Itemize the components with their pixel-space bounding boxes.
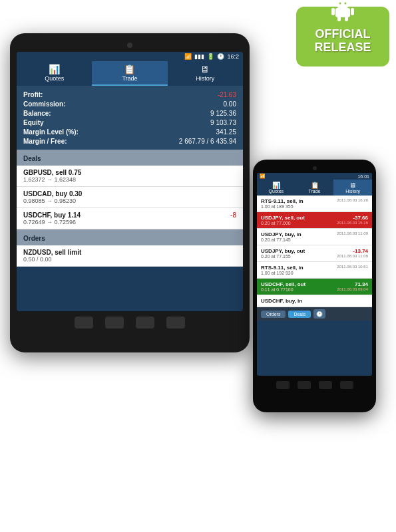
stat-balance-label: Balance: [23, 110, 51, 117]
phone-row-4[interactable]: RTS-9.11, sell, in 1.00 at 192 920 2011.… [257, 262, 372, 279]
quotes-icon: 📊 [49, 64, 60, 74]
badge-text: OFFICIAL RELEASE [314, 28, 371, 55]
phone-row-2-sub: 0.20 at 77.145 [261, 237, 337, 242]
deal-gbpusd-sub: 1.62372 → 1.62348 [23, 176, 81, 183]
phone-tab-trade-label: Trade [308, 189, 320, 194]
stat-balance-value: 9 125.36 [210, 110, 236, 117]
stat-equity-value: 9 103.73 [210, 119, 236, 126]
history-icon: 🖥 [200, 64, 210, 74]
official-release-badge: OFFICIAL RELEASE [296, 7, 389, 66]
phone-row-1[interactable]: USDJPY, sell, out 0.20 at 77.000 -37.66 … [257, 212, 372, 229]
svg-rect-5 [335, 8, 350, 17]
tab-quotes[interactable]: 📊 Quotes [17, 61, 92, 86]
phone-row-3[interactable]: USDJPY, buy, out 0.20 at 77.155 -13.74 2… [257, 245, 372, 262]
phone-row-2[interactable]: USDJPY, buy, in 0.20 at 77.145 2011.08.0… [257, 229, 372, 245]
deal-gbpusd-title: GBPUSD, sell 0.75 [23, 169, 81, 176]
phone-row-0-date: 2011.08.03 16:26 [337, 198, 368, 202]
phone-tab-bar: 📊 Quotes 📋 Trade 🖥 History [257, 180, 372, 196]
phone-tab-quotes-label: Quotes [269, 189, 284, 194]
order-row-nzdusd[interactable]: NZDUSD, sell limit 0.50 / 0.00 [17, 245, 243, 267]
stats-area: Profit: -21.63 Commission: 0.00 Balance:… [17, 86, 243, 150]
stat-equity: Equity 9 103.73 [23, 118, 236, 127]
phone-clock-button[interactable]: 🕐 [313, 309, 325, 319]
phone-tab-quotes[interactable]: 📊 Quotes [257, 180, 296, 196]
phone-row-3-title: USDJPY, buy, out [261, 248, 337, 254]
phone-tab-trade[interactable]: 📋 Trade [296, 180, 334, 196]
svg-rect-6 [331, 8, 335, 15]
android-icon [329, 0, 356, 21]
phone-row-3-value: -13.74 [337, 248, 368, 254]
stat-profit-value: -21.63 [218, 91, 236, 98]
phone-row-5-title: USDCHF, sell, out [261, 281, 337, 287]
stat-margin-free-value: 2 667.79 / 6 435.94 [179, 138, 236, 145]
phone-row-1-sub: 0.20 at 77.000 [261, 221, 337, 225]
phone-trade-icon: 📋 [311, 182, 319, 189]
phone-row-6-title: USDCHF, buy, in [261, 298, 368, 304]
tablet-btn-back[interactable] [75, 317, 93, 329]
tablet-device: 📶 ▮▮▮ 🔋 🕐 16:2 📊 Quotes 📋 Trade 🖥 Histor… [10, 33, 250, 352]
phone-btn-home[interactable] [297, 381, 311, 389]
phone-btn-back[interactable] [276, 381, 290, 389]
phone-row-0-title: RTS-9.11, sell, in [261, 198, 337, 204]
trade-icon: 📋 [124, 64, 135, 74]
phone-row-5-sub: 0.11 at 0.77100 [261, 287, 337, 292]
phone-deals-button[interactable]: Deals [288, 311, 311, 318]
phone-row-3-sub: 0.20 at 77.155 [261, 254, 337, 259]
deal-row-gbpusd[interactable]: GBPUSD, sell 0.75 1.62372 → 1.62348 [17, 166, 243, 187]
tab-trade-label: Trade [122, 75, 137, 82]
stat-margin-free-label: Margin / Free: [23, 138, 67, 145]
stat-margin-level-label: Margin Level (%): [23, 128, 79, 136]
phone-signal-icon: 📶 [260, 174, 266, 179]
stat-margin-level-value: 341.25 [216, 128, 236, 136]
clock-icon: 🕐 [217, 53, 224, 60]
tab-quotes-label: Quotes [45, 75, 64, 82]
phone-history-icon: 🖥 [349, 182, 356, 189]
tablet-btn-home[interactable] [105, 317, 124, 329]
tablet-camera [127, 43, 132, 48]
phone-tab-history[interactable]: 🖥 History [333, 180, 372, 196]
stat-margin-free: Margin / Free: 2 667.79 / 6 435.94 [23, 136, 236, 146]
stat-profit-label: Profit: [23, 91, 43, 98]
stat-balance: Balance: 9 125.36 [23, 108, 236, 118]
phone-row-4-title: RTS-9.11, sell, in [261, 265, 337, 271]
svg-rect-9 [345, 16, 348, 21]
phone-row-2-title: USDJPY, buy, in [261, 231, 337, 237]
phone-btn-search[interactable] [340, 381, 353, 389]
tab-history[interactable]: 🖥 History [168, 61, 243, 86]
phone-row-5-date: 2011.08.03 09:04 [337, 287, 368, 291]
phone-orders-button[interactable]: Orders [261, 311, 286, 318]
deal-row-usdcad[interactable]: USDCAD, buy 0.30 0.98085 → 0.98230 [17, 187, 243, 208]
phone-screen: 📶 16:01 📊 Quotes 📋 Trade 🖥 History RTS-9… [257, 173, 372, 376]
stat-equity-label: Equity [23, 119, 44, 126]
phone-nav-buttons [257, 381, 372, 389]
tablet-screen: 📶 ▮▮▮ 🔋 🕐 16:2 📊 Quotes 📋 Trade 🖥 Histor… [17, 52, 243, 311]
phone-row-1-date: 2011.08.03 15:15 [337, 221, 368, 225]
phone-row-0-sub: 1.00 at 189 355 [261, 204, 337, 209]
deal-usdchf-sub: 0.72649 → 0.72596 [23, 219, 81, 225]
stat-commission-label: Commission: [23, 100, 65, 108]
deal-row-usdchf[interactable]: USDCHF, buy 1.14 0.72649 → 0.72596 -8 [17, 208, 243, 229]
phone-row-4-date: 2011.08.03 10:51 [337, 265, 368, 269]
tab-trade[interactable]: 📋 Trade [92, 61, 167, 86]
tablet-nav-buttons [17, 317, 243, 329]
tablet-time: 16:2 [227, 53, 239, 60]
phone-row-2-date: 2011.08.03 11:09 [337, 231, 368, 235]
stat-profit: Profit: -21.63 [23, 90, 236, 99]
stat-margin-level: Margin Level (%): 341.25 [23, 127, 236, 136]
phone-row-5-value: 71.34 [337, 281, 368, 287]
phone-row-0[interactable]: RTS-9.11, sell, in 1.00 at 189 355 2011.… [257, 196, 372, 212]
svg-point-4 [345, 3, 347, 5]
phone-time: 16:01 [357, 174, 369, 179]
order-nzdusd-title: NZDUSD, sell limit [23, 249, 81, 256]
tablet-btn-search[interactable] [166, 317, 185, 329]
phone-tab-history-label: History [345, 189, 360, 194]
phone-bottom-bar: Orders Deals 🕐 [257, 307, 372, 321]
phone-row-3-date: 2011.08.03 11:09 [337, 254, 368, 258]
phone-row-4-sub: 1.00 at 192 920 [261, 271, 337, 275]
tablet-btn-menu[interactable] [136, 317, 154, 329]
phone-row-6[interactable]: USDCHF, buy, in [257, 295, 372, 307]
svg-point-2 [336, 0, 349, 9]
stat-commission-value: 0.00 [224, 100, 236, 108]
phone-row-5[interactable]: USDCHF, sell, out 0.11 at 0.77100 71.34 … [257, 279, 372, 295]
phone-btn-menu[interactable] [319, 381, 332, 389]
